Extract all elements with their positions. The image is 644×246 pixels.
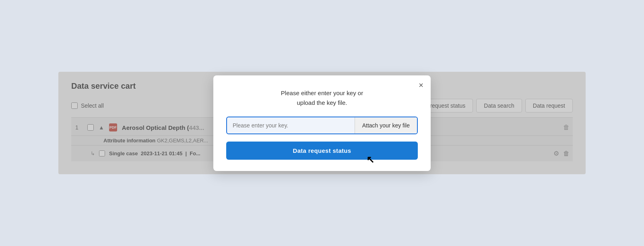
modal-dialog: × Please either enter your key or upload… (213, 75, 431, 171)
key-input[interactable] (227, 117, 355, 133)
attach-key-file-button[interactable]: Attach your key file (355, 117, 417, 133)
modal-close-button[interactable]: × (419, 81, 423, 89)
modal-key-row: Attach your key file (226, 117, 418, 134)
main-container: Data service cart Select all Data reques… (58, 72, 586, 174)
modal-overlay: × Please either enter your key or upload… (58, 72, 586, 174)
data-request-status-modal-button[interactable]: Data request status ↖ (226, 142, 418, 160)
modal-message: Please either enter your key or upload t… (226, 88, 418, 108)
cursor-icon: ↖ (366, 154, 374, 165)
